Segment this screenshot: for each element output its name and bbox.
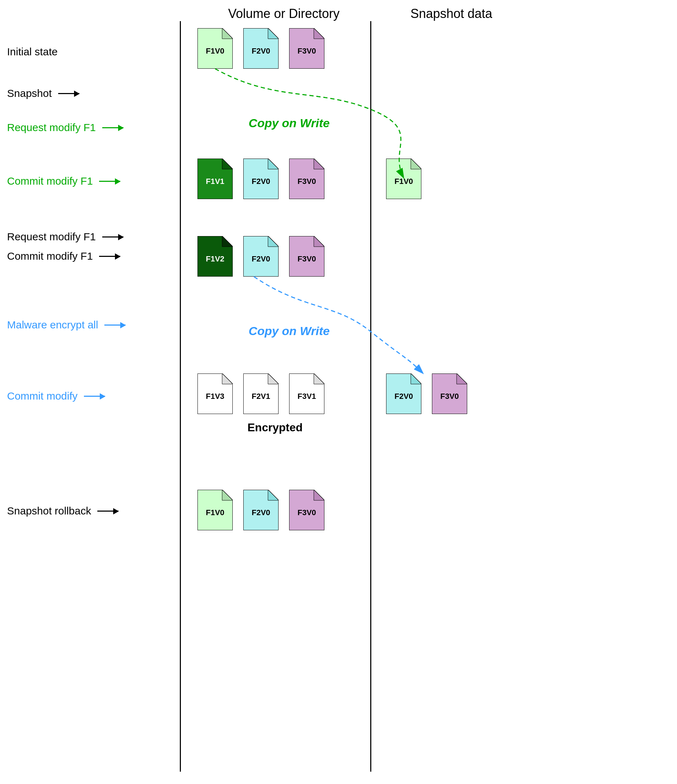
encrypted-label: Encrypted <box>204 421 346 434</box>
label-initial-state: Initial state <box>7 46 58 58</box>
request-modify-black-arrow <box>102 236 123 238</box>
file-f3v0-rb: F3V0 <box>289 490 324 530</box>
file-f1v0-rb: F1V0 <box>198 490 233 530</box>
file-f2v0-row2: F2V0 <box>243 159 279 199</box>
divider-left <box>180 21 181 772</box>
svg-marker-17 <box>268 236 279 247</box>
file-f3v0-row3: F3V0 <box>289 236 324 277</box>
cow-label-blue: Copy on Write <box>218 324 360 338</box>
label-snapshot-rollback: Snapshot rollback <box>7 505 119 517</box>
svg-marker-13 <box>411 159 421 169</box>
snapshot-arrow <box>58 93 80 94</box>
svg-marker-35 <box>314 490 324 500</box>
file-f3v0-snap: F3V0 <box>432 373 467 414</box>
svg-marker-15 <box>222 236 233 247</box>
divider-right <box>370 21 371 772</box>
svg-marker-3 <box>268 28 279 39</box>
svg-marker-19 <box>314 236 324 247</box>
svg-marker-11 <box>314 159 324 169</box>
snapshot-rollback-arrow <box>97 510 119 512</box>
svg-marker-7 <box>222 159 233 169</box>
file-f3v0-row2: F3V0 <box>289 159 324 199</box>
file-f1v3: F1V3 <box>198 373 233 414</box>
file-f2v1: F2V1 <box>243 373 279 414</box>
svg-marker-23 <box>268 373 279 384</box>
commit-modify-blue-arrow <box>84 396 105 397</box>
file-f2v0-row3: F2V0 <box>243 236 279 277</box>
cow-label-green: Copy on Write <box>218 116 360 130</box>
label-commit-modify-blue: Commit modify <box>7 390 105 402</box>
request-modify-green-arrow <box>102 127 123 128</box>
file-f3v1: F3V1 <box>289 373 324 414</box>
file-f1v0-snap: F1V0 <box>386 159 421 199</box>
file-f2v0-snap: F2V0 <box>386 373 421 414</box>
file-f1v0-initial: F1V0 <box>198 28 233 69</box>
svg-marker-33 <box>268 490 279 500</box>
svg-marker-5 <box>314 28 324 39</box>
file-f1v2: F1V2 <box>198 236 233 277</box>
malware-arrow <box>105 325 126 325</box>
file-f2v0-initial: F2V0 <box>243 28 279 69</box>
label-request-modify-green: Request modify F1 <box>7 121 123 134</box>
svg-marker-1 <box>222 28 233 39</box>
svg-marker-29 <box>457 373 467 384</box>
svg-marker-31 <box>222 490 233 500</box>
file-f3v0-initial: F3V0 <box>289 28 324 69</box>
label-commit-modify-green: Commit modify F1 <box>7 175 120 187</box>
label-request-modify-black: Request modify F1 <box>7 231 123 243</box>
file-f2v0-rb: F2V0 <box>243 490 279 530</box>
svg-marker-9 <box>268 159 279 169</box>
diagram: Volume or Directory Snapshot data Initia… <box>0 0 677 784</box>
file-f1v1: F1V1 <box>198 159 233 199</box>
commit-modify-black-arrow <box>99 256 120 257</box>
label-malware-encrypt: Malware encrypt all <box>7 319 126 331</box>
svg-marker-21 <box>222 373 233 384</box>
commit-modify-green-arrow <box>99 181 120 182</box>
col-snapshot-header: Snapshot data <box>381 6 522 21</box>
label-commit-modify-black: Commit modify F1 <box>7 250 120 262</box>
svg-marker-25 <box>314 373 324 384</box>
label-snapshot: Snapshot <box>7 87 80 100</box>
svg-marker-27 <box>411 373 421 384</box>
col-volume-header: Volume or Directory <box>204 6 363 21</box>
